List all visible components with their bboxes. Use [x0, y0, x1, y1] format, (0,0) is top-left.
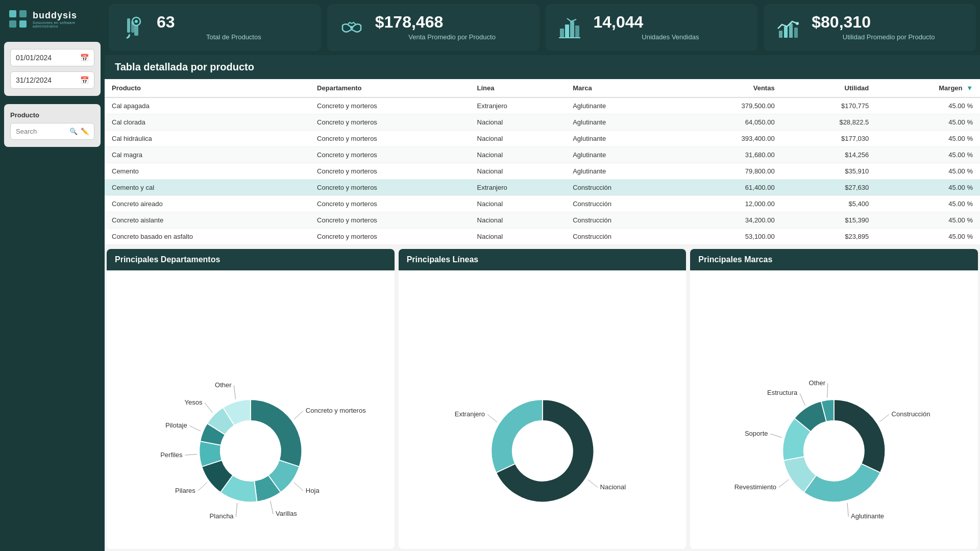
- chart-connector: [236, 503, 237, 517]
- table-row[interactable]: Concreto aireadoConcreto y morterosNacio…: [105, 196, 980, 212]
- chart-connector: [847, 503, 848, 517]
- table-row[interactable]: Cemento y calConcreto y morterosExtranje…: [105, 180, 980, 196]
- chart-connector: [185, 454, 197, 455]
- kpi-label-2: Unidades Vendidas: [594, 33, 748, 42]
- col-header-producto[interactable]: Producto: [105, 79, 310, 97]
- col-header-marca[interactable]: Marca: [566, 79, 679, 97]
- svg-rect-11: [565, 24, 569, 38]
- col-header-ventas[interactable]: Ventas: [680, 79, 782, 97]
- chart-label: Other: [809, 379, 826, 387]
- svg-point-9: [350, 26, 353, 29]
- chart-connector: [827, 383, 828, 397]
- chart-label: Estructura: [767, 389, 798, 396]
- table-cell: $170,775: [782, 97, 876, 114]
- col-header-utilidad[interactable]: Utilidad: [782, 79, 876, 97]
- svg-point-19: [796, 22, 799, 25]
- svg-point-7: [135, 20, 138, 23]
- svg-rect-13: [575, 26, 579, 38]
- table-cell: Concreto aislante: [105, 212, 310, 229]
- kpi-row: 63 Total de Productos $178,468 Venta Pro…: [105, 0, 980, 55]
- table-cell: 45.00 %: [876, 97, 980, 114]
- table-cell: 45.00 %: [876, 229, 980, 245]
- table-cell: Extranjero: [470, 180, 566, 196]
- svg-rect-17: [789, 23, 793, 38]
- table-cell: Cal apagada: [105, 97, 310, 114]
- chart-label: Perfiles: [160, 451, 183, 459]
- table-cell: $177,030: [782, 131, 876, 147]
- chart-label: Concreto y morteros: [306, 407, 366, 414]
- chart-connector: [234, 386, 235, 399]
- col-header-departamento[interactable]: Departamento: [310, 79, 470, 97]
- calendar-end-icon: 📅: [80, 76, 89, 84]
- kpi-info-0: 63 Total de Productos: [157, 13, 311, 42]
- sort-arrow-icon: ▼: [966, 84, 973, 92]
- chart-lineas-title: Principales Líneas: [399, 249, 687, 270]
- donut-segment: [251, 399, 302, 467]
- svg-rect-15: [779, 31, 782, 38]
- search-box[interactable]: 🔍 ✏️: [10, 123, 94, 140]
- chart-label: Plancha: [210, 513, 234, 520]
- chart-label: Hoja: [306, 487, 320, 494]
- table-row[interactable]: Concreto aislanteConcreto y morterosNaci…: [105, 212, 980, 229]
- date-filter-panel: 01/01/2024 📅 31/12/2024 📅: [4, 42, 101, 96]
- table-cell: $35,910: [782, 163, 876, 180]
- calendar-start-icon: 📅: [80, 54, 89, 62]
- logo-text: buddysis: [33, 10, 77, 20]
- date-end-field[interactable]: 31/12/2024 📅: [10, 71, 94, 89]
- kpi-value-3: $80,310: [812, 13, 966, 31]
- filter-label: Producto: [10, 111, 94, 119]
- departamentos-donut-svg: Concreto y morterosHojaVarillasPlanchaPi…: [112, 276, 389, 542]
- table-cell: Nacional: [470, 131, 566, 147]
- table-cell: Concreto y morteros: [310, 212, 470, 229]
- table-row[interactable]: Cal magraConcreto y morterosNacionalAglu…: [105, 147, 980, 163]
- table-cell: $28,822.5: [782, 114, 876, 131]
- chart-connector: [294, 483, 303, 491]
- edit-icon[interactable]: ✏️: [81, 128, 89, 135]
- svg-rect-2: [9, 20, 16, 28]
- logo-area: buddysis Soluciones en software administ…: [0, 0, 105, 38]
- table-cell: Nacional: [470, 114, 566, 131]
- chart-marcas-title: Principales Marcas: [690, 249, 978, 270]
- table-cell: Extranjero: [470, 97, 566, 114]
- table-cell: $27,630: [782, 180, 876, 196]
- table-cell: Aglutinante: [566, 131, 679, 147]
- table-cell: 12,000.00: [680, 196, 782, 212]
- chart-connector: [800, 393, 805, 406]
- table-row[interactable]: Concreto basado en asfaltoConcreto y mor…: [105, 229, 980, 245]
- col-header-margen[interactable]: Margen ▼: [876, 79, 980, 97]
- logo-subtext: Soluciones en software administrativo: [33, 21, 96, 28]
- chart-lineas-body: NacionalExtranjero: [399, 270, 687, 547]
- table-cell: Aglutinante: [566, 97, 679, 114]
- search-input[interactable]: [16, 128, 66, 135]
- table-cell: Concreto y morteros: [310, 196, 470, 212]
- chart-departamentos: Principales Departamentos Concreto y mor…: [107, 249, 395, 549]
- chart-marcas: Principales Marcas ConstrucciónAglutinan…: [690, 249, 978, 549]
- donut-segment: [804, 464, 880, 502]
- table-cell: 45.00 %: [876, 163, 980, 180]
- table-title: Tabla detallada por producto: [105, 55, 980, 79]
- chart-connector: [487, 414, 497, 422]
- table-row[interactable]: Cal apagadaConcreto y morterosExtranjero…: [105, 97, 980, 114]
- table-cell: Concreto aireado: [105, 196, 310, 212]
- table-row[interactable]: Cal hidráulicaConcreto y morterosNaciona…: [105, 131, 980, 147]
- table-cell: 379,500.00: [680, 97, 782, 114]
- table-cell: Concreto y morteros: [310, 147, 470, 163]
- table-row[interactable]: CementoConcreto y morterosNacionalAgluti…: [105, 163, 980, 180]
- date-start-field[interactable]: 01/01/2024 📅: [10, 49, 94, 66]
- chart-label: Other: [215, 381, 232, 389]
- svg-rect-8: [134, 26, 138, 36]
- table-cell: Aglutinante: [566, 163, 679, 180]
- col-header-linea[interactable]: Línea: [470, 79, 566, 97]
- table-cell: 61,400.00: [680, 180, 782, 196]
- kpi-value-0: 63: [157, 13, 311, 31]
- logo-icon: [8, 9, 28, 29]
- table-cell: $14,256: [782, 147, 876, 163]
- table-row[interactable]: Cal cloradaConcreto y morterosNacionalAg…: [105, 114, 980, 131]
- table-header-row: Producto Departamento Línea Marca Ventas…: [105, 79, 980, 97]
- donut-segment: [491, 399, 542, 472]
- chart-connector: [771, 434, 782, 438]
- kpi-info-2: 14,044 Unidades Vendidas: [594, 13, 748, 42]
- table-cell: $5,400: [782, 196, 876, 212]
- table-cell: 45.00 %: [876, 180, 980, 196]
- chart-connector: [879, 414, 889, 422]
